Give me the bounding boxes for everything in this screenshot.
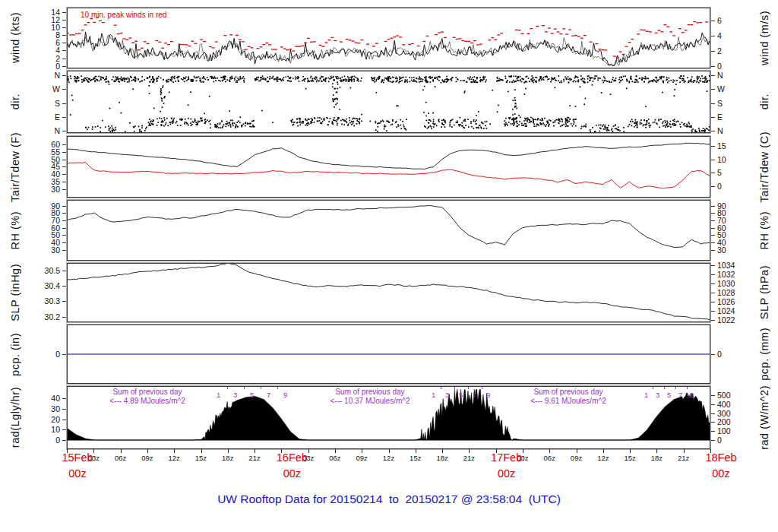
rad-hour-tick [653, 387, 653, 389]
x-tick-label: 21z [674, 454, 694, 462]
y-axis-label-rh-right: RH (%) [749, 200, 778, 261]
y-tick-label: 20 [33, 416, 60, 424]
rad-hour-mark: 5 [667, 391, 671, 399]
chart-title: UW Rooftop Data for 20150214 to 20150217… [0, 492, 778, 506]
y-tick [711, 235, 715, 236]
x-tick-label: 21z [245, 454, 264, 462]
rad-hour-tick [687, 387, 688, 389]
day-sublabel: 00z [480, 468, 533, 480]
y-tick [62, 182, 66, 182]
y-axis-label-temp-left: Tair/Tdew (F) [0, 136, 30, 198]
rad-hour-tick [664, 387, 665, 389]
y-tick [62, 50, 66, 51]
x-tick-label: 12z [593, 454, 613, 462]
x-tick [362, 449, 362, 453]
y-tick [711, 354, 715, 355]
x-tick [630, 449, 631, 453]
x-tick-label: 18z [218, 454, 238, 462]
y-tick [711, 51, 715, 52]
rad-annotation: Sum of previous day <--- 4.89 MJoules/m^… [79, 388, 216, 406]
y-axis-label-pcp-left: pcp. (in) [0, 325, 30, 384]
y-axis-label-wind-left: wind (kts) [0, 8, 30, 68]
y-axis-label-rad-right: rad (W/m^2) [749, 386, 778, 449]
x-tick [228, 449, 229, 453]
y-tick [62, 27, 66, 28]
panel-slp [67, 263, 710, 322]
y-tick-label: 30.5 [33, 267, 60, 275]
plot-temp [68, 137, 710, 197]
y-tick [62, 174, 66, 175]
y-tick [711, 75, 715, 76]
day-label: 15Feb [51, 452, 104, 464]
y-tick [62, 43, 66, 43]
y-axis-label-wind-right: wind (m/s) [749, 8, 778, 68]
y-tick [711, 228, 715, 229]
plot-slp [68, 264, 710, 321]
y-tick [62, 317, 66, 318]
y-axis-label-slp-right: SLP (hPa) [749, 263, 778, 322]
x-tick-label: 09z [138, 454, 157, 462]
y-tick-label: 0 [717, 62, 751, 71]
y-tick-label: 400 [717, 401, 751, 409]
y-tick [711, 440, 715, 441]
rad-hour-mark: 3 [656, 391, 659, 399]
y-tick-label: 0 [717, 436, 751, 445]
plot-pcp [68, 325, 710, 383]
day-sublabel: 00z [51, 468, 104, 480]
y-tick-label: 1028 [717, 289, 751, 297]
y-tick [62, 12, 66, 13]
y-tick-label: 0 [717, 182, 751, 191]
x-tick [416, 449, 416, 453]
y-tick [711, 89, 715, 90]
y-tick-label: 6 [717, 17, 751, 25]
rad-hour-mark: 7 [678, 391, 682, 399]
y-tick-label: 2 [717, 47, 751, 55]
rad-hour-tick [277, 387, 278, 389]
y-tick [711, 274, 715, 275]
y-tick [62, 398, 66, 399]
y-tick-label: 5 [717, 169, 751, 177]
rad-hour-mark: 3 [233, 391, 237, 399]
y-tick [711, 173, 715, 173]
y-tick-label: 0 [33, 350, 60, 359]
y-tick-label: E [33, 113, 60, 122]
y-tick-label: 4 [717, 32, 751, 40]
y-tick-label: 1034 [717, 261, 751, 270]
rad-hour-tick [261, 387, 261, 389]
rad-hour-tick [244, 387, 245, 389]
y-tick-label: 1030 [717, 280, 751, 288]
rad-hour-tick [441, 387, 441, 389]
y-tick-label: S [717, 100, 751, 108]
y-tick [62, 66, 66, 67]
y-tick-label: 0 [717, 350, 751, 359]
y-tick [62, 103, 66, 104]
x-tick-label: 15z [620, 454, 640, 462]
y-tick [711, 213, 715, 214]
panel-temp [67, 136, 710, 198]
y-tick-label: 30 [33, 185, 60, 194]
x-tick [442, 449, 443, 453]
x-tick [201, 449, 202, 453]
y-tick-label: N [717, 71, 751, 80]
x-tick [469, 449, 470, 453]
y-tick [62, 75, 66, 76]
y-tick-label: 0 [33, 62, 60, 71]
rad-hour-mark: 9 [486, 391, 490, 399]
plot-dir [68, 71, 710, 132]
y-tick [711, 21, 715, 21]
rad-annotation: Sum of previous day <--- 9.61 MJoules/m^… [500, 388, 637, 406]
day-label: 18Feb [694, 452, 748, 464]
y-tick [711, 160, 715, 160]
y-tick-label: W [717, 85, 751, 93]
rad-hour-mark: 5 [250, 391, 254, 399]
x-tick-label: 09z [567, 454, 587, 462]
y-tick [711, 250, 715, 251]
x-tick-label: 18z [432, 454, 452, 462]
y-tick-label: N [33, 71, 60, 80]
y-tick-label: 0 [33, 436, 60, 445]
x-tick-label: 12z [164, 454, 184, 462]
day-label: 16Feb [265, 452, 318, 464]
x-tick [121, 449, 122, 453]
rad-hour-mark: 9 [690, 391, 694, 399]
plot-rh [68, 201, 710, 260]
